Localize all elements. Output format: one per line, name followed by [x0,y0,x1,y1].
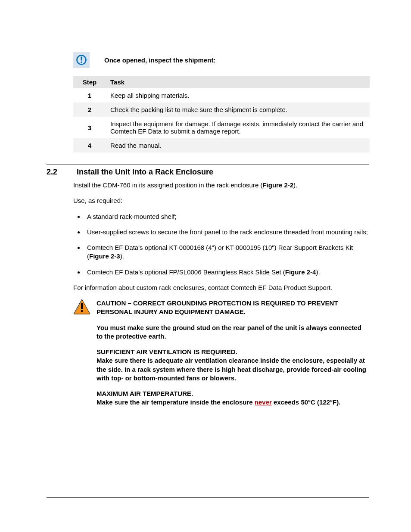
table-row: 1 Keep all shipping materials. [73,88,370,103]
step-number: 2 [73,103,106,117]
list-item: A standard rack-mounted shelf; [84,212,369,221]
note-text: Once opened, inspect the shipment: [104,56,215,64]
table-row: 4 Read the manual. [73,138,370,152]
step-task: Check the packing list to make sure the … [106,103,370,117]
list-item: Comtech EF Data's optional KT-0000168 (4… [84,243,369,261]
list-item: Comtech EF Data's optional FP/SL0006 Bea… [84,268,369,277]
svg-rect-4 [81,303,83,309]
section-title: Install the Unit Into a Rack Enclosure [77,168,213,176]
section-body: Install the CDM-760 in its assigned posi… [73,181,369,292]
table-row: 3 Inspect the equipment for damage. If d… [73,117,370,138]
caution-p2: You must make sure the ground stud on th… [97,324,369,341]
document-page: Once opened, inspect the shipment: Step … [0,0,411,532]
figure-ref: Figure 2-4 [285,268,316,276]
step-task: Keep all shipping materials. [106,88,370,103]
caution-p1: CAUTION – CORRECT GROUNDING PROTECTION I… [97,299,369,317]
warning-icon [73,299,90,314]
never-emphasis: never [255,398,272,406]
table-head-task: Task [106,76,370,88]
step-task: Inspect the equipment for damage. If dam… [106,117,370,138]
caution-block: CAUTION – CORRECT GROUNDING PROTECTION I… [73,299,369,414]
figure-ref: Figure 2-2 [262,181,293,189]
steps-table: Step Task 1 Keep all shipping materials.… [73,76,370,152]
caution-p4: MAXIMUM AIR TEMPERATURE.Make sure the ai… [97,389,369,407]
caution-p3: SUFFICIENT AIR VENTILATION IS REQUIRED. … [97,348,369,383]
section-divider [47,165,369,165]
use-paragraph: Use, as required: [73,196,369,205]
section-heading: 2.2Install the Unit Into a Rack Enclosur… [47,168,369,177]
note-row: Once opened, inspect the shipment: [47,52,369,68]
step-task: Read the manual. [106,138,370,152]
step-number: 4 [73,138,106,152]
svg-point-1 [81,62,82,63]
section-number: 2.2 [47,168,77,177]
step-number: 3 [73,117,106,138]
bullet-list: A standard rack-mounted shelf; User-supp… [73,212,369,277]
intro-paragraph: Install the CDM-760 in its assigned posi… [73,181,369,190]
caution-text: CAUTION – CORRECT GROUNDING PROTECTION I… [97,299,369,414]
svg-rect-2 [81,56,82,61]
figure-ref: Figure 2-3 [89,252,120,260]
step-number: 1 [73,88,106,103]
list-item: User-supplied screws to secure the front… [84,228,369,236]
svg-point-5 [81,310,83,312]
info-icon [73,52,90,68]
after-paragraph: For information about custom rack enclos… [73,283,369,292]
table-head-step: Step [73,76,106,88]
footer-divider [47,497,369,498]
table-row: 2 Check the packing list to make sure th… [73,103,370,117]
